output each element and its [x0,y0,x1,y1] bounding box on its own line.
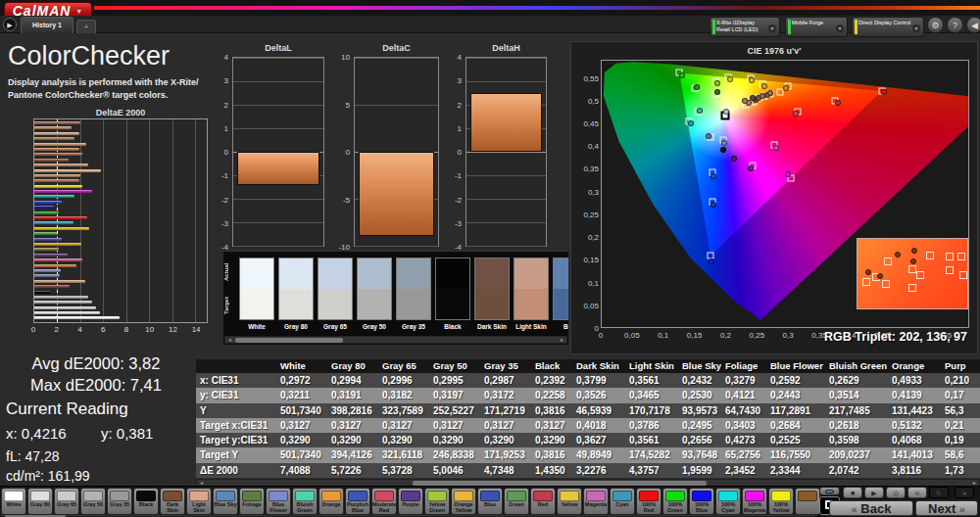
measured-point [749,77,755,83]
table-cell: 321,6118 [378,447,429,462]
table-cell: 1,73 [941,463,980,478]
delta-y-tick: 2 [215,100,228,109]
patch-button-gray-65[interactable]: Gray 65 [54,488,79,515]
deltae-bar [34,206,54,209]
collapse-icon-button[interactable]: ◀ [966,17,980,33]
inset-measured-point [910,258,916,264]
patch-button-light-skin[interactable]: Light Skin [186,488,212,515]
patch-label: Cyan [611,501,634,507]
help-icon-button[interactable]: ? [947,17,963,33]
refresh-button[interactable]: ↻ [929,487,949,498]
swatch-blue [553,258,568,320]
delta-chart-title: DeltaC [354,43,439,53]
settings-icon-button[interactable]: ⚙ [927,17,944,33]
patch-button-100--magenta[interactable]: 100% Magenta [742,488,767,515]
patch-button-gray-50[interactable]: Gray 50 [80,488,106,515]
inset-measured-point [895,252,901,258]
scroll-right-icon[interactable]: ► [558,337,566,344]
table-cell: 0,2258 [531,388,572,402]
patch-button-moderate-red[interactable]: Moderate Red [371,488,397,515]
cie-x-tick: 0,3 [783,331,794,340]
patch-button-100--green[interactable]: 100% Green [662,488,688,515]
patch-button-yellow[interactable]: Yellow [557,488,582,515]
strip-scrollbar[interactable]: ◄► [224,336,567,344]
measured-point [694,84,700,90]
table-cell: 65,2756 [721,447,766,462]
table-cell: 209,0237 [825,447,888,462]
patch-button-100--cyan[interactable]: 100% Cyan [715,488,741,515]
preview-button[interactable] [819,487,840,495]
table-cell: 323,7589 [378,403,429,418]
patch-button-100--yellow[interactable]: 100% Yellow [768,488,794,515]
patch-button-partial[interactable] [795,488,820,515]
patch-button-white[interactable]: White [1,488,26,515]
table-cell: 0,3816 [531,403,572,418]
dropdown-label: Direct Display Control [858,20,911,26]
swatch-actual [397,258,430,289]
measured-point [679,72,685,78]
meter-button[interactable]: ◎ [886,487,906,498]
device-dropdown-2[interactable]: Direct Display Control▼ [852,17,924,37]
cie-y-tick: 0,2 [573,233,599,242]
table-cell: 0,2996 [378,373,429,388]
cie-x-tick: 0,15 [687,331,703,340]
play-button[interactable]: ▶ [864,487,884,498]
patch-button-gray-80[interactable]: Gray 80 [27,488,53,515]
table-row-label: Target x:CIE31 [196,418,276,433]
swatch-target [475,289,509,319]
patch-color [771,491,791,501]
reading-cdm2: cd/m²: 161,99 [6,468,90,484]
strip-scroll-thumb[interactable] [235,338,343,343]
patch-button-100--red[interactable]: 100% Red [636,488,662,515]
patch-button-gray-35[interactable]: Gray 35 [107,488,132,515]
measured-point [761,83,767,89]
patch-button-green[interactable]: Green [504,488,529,515]
delta-y-tick: 0 [336,148,350,157]
patch-button-black[interactable]: Black [133,488,159,515]
patch-button-100--blue[interactable]: 100% Blue [689,488,714,515]
patch-button-blue-flower[interactable]: Blue Flower [266,488,291,515]
delta-y-tick: -1 [215,171,228,180]
patch-button-blue[interactable]: Blue [477,488,503,515]
patch-color [665,491,685,501]
patch-label: 100% Blue [690,501,713,513]
tab-add-button[interactable]: + [76,20,96,33]
patch-button-purplish-blue[interactable]: Purplish Blue [345,488,370,515]
next-button[interactable]: Next » [915,500,978,516]
back-button[interactable]: « Back [829,500,913,516]
patch-button-cyan[interactable]: Cyan [610,488,635,515]
patch-color [163,491,182,501]
patch-button-purple[interactable]: Purple [398,488,423,515]
patch-button-foliage[interactable]: Foliage [239,488,265,515]
reading-y: y: 0,381 [101,425,153,442]
device-dropdown-1[interactable]: Mobile Forge▼ [785,17,848,37]
delta-gridline [233,246,323,247]
patch-color [242,491,262,501]
delta-y-tick: 4 [448,53,462,62]
patch-button-dark-skin[interactable]: Dark Skin [160,488,185,515]
tab-history[interactable]: History 1 [21,17,74,33]
reading-x: x: 0,4216 [6,425,67,442]
patch-button-orange[interactable]: Orange [318,488,344,515]
scroll-left-icon[interactable]: ◄ [225,337,234,344]
patch-button-blue-sky[interactable]: Blue Sky [213,488,238,515]
device-dropdown-0[interactable]: X-Rite i1Display Retail LCD (LED)▼ [710,17,780,37]
stop-button[interactable]: ■ [843,487,862,498]
record-button[interactable]: ● [955,487,974,498]
table-cell: 0,19 [941,433,980,447]
patch-button-bluish-green[interactable]: Bluish Green [292,488,318,515]
loop-button[interactable]: ∞ [907,487,927,498]
patch-button-orange-yellow[interactable]: Orange Yellow [451,488,476,515]
tab-nav-button[interactable]: ▶ [3,18,17,31]
patch-button-red[interactable]: Red [530,488,556,515]
patch-color [374,491,394,501]
patch-button-yellow-green[interactable]: Yellow Green [424,488,450,515]
dropdown-accent [855,20,858,34]
patch-button-magenta[interactable]: Magenta [583,488,609,515]
patch-label: Gray 35 [108,501,131,507]
patch-color [639,491,659,501]
deltae-bar [34,248,59,251]
measured-point [767,90,773,96]
measured-point [723,109,729,115]
deltae-chart-title: DeltaE 2000 [33,108,208,118]
